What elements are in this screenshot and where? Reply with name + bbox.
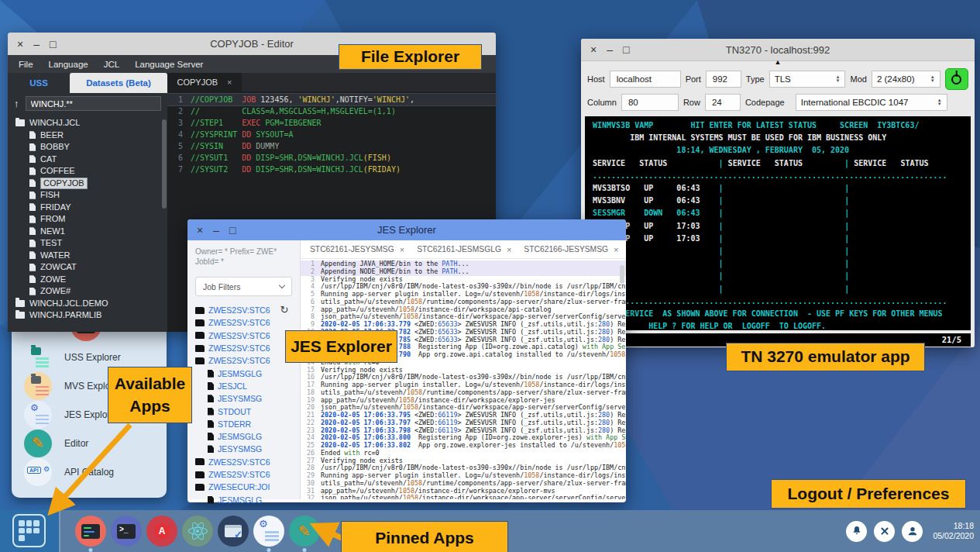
maximize-button[interactable]: □ — [50, 39, 56, 50]
spool-tab-label: STC62166-JESYSMSG — [524, 245, 608, 254]
launcher-item-api-catalog[interactable]: API⚙API Catalog — [24, 457, 167, 486]
job-item[interactable]: ZWES2SV:STC6 — [195, 342, 292, 354]
spool-tab[interactable]: STC62166-JESYSMSG× — [524, 245, 618, 254]
close-tab-icon[interactable]: × — [507, 245, 511, 254]
close-tab-icon[interactable]: × — [227, 78, 232, 87]
menu-language[interactable]: Language — [49, 60, 88, 69]
annotation-tn3270: TN 3270 emulator app — [726, 343, 925, 371]
tree-item-winchj.jcl[interactable]: WINCHJ.JCL — [8, 117, 167, 129]
refresh-icon[interactable]: ↻ — [280, 306, 289, 314]
job-item[interactable]: ZWES2SV:STC6 — [195, 329, 292, 342]
host-field[interactable] — [610, 71, 681, 88]
tree-item-test[interactable]: TEST — [8, 237, 167, 250]
running-indicator — [267, 548, 271, 552]
annotation-pinned-apps: Pinned Apps — [341, 521, 508, 552]
pinned-app-vt-terminal[interactable]: >_ — [111, 516, 142, 547]
up-arrow-icon[interactable]: ↑ — [14, 98, 19, 109]
pinned-app-tn3270-terminal[interactable] — [75, 516, 106, 547]
line-number: 6 — [167, 152, 191, 164]
updown-icon: ▲▼ — [930, 75, 935, 83]
job-item[interactable]: ZWES2SV:STC6 — [195, 468, 292, 481]
tree-item-from[interactable]: FROM — [8, 213, 167, 226]
type-select[interactable]: TLS ▲▼ — [769, 71, 846, 88]
pinned-app-editor[interactable]: ✎ — [289, 516, 320, 547]
tree-item-cat[interactable]: CAT — [8, 154, 167, 166]
row-field[interactable] — [705, 94, 741, 111]
dataset-search-input[interactable] — [26, 96, 162, 111]
settings-button[interactable] — [874, 521, 895, 542]
job-item[interactable]: ZWES2SV:STC6 — [195, 354, 292, 367]
close-tab-icon[interactable]: × — [614, 245, 618, 254]
menu-file[interactable]: File — [19, 60, 33, 69]
pinned-app-tasks[interactable]: ✓ — [218, 516, 249, 547]
notifications-button[interactable] — [846, 521, 867, 542]
codepage-select[interactable]: International EBCDIC 1047 ▲▼ — [796, 94, 947, 111]
column-field[interactable] — [621, 94, 679, 111]
spool-file-item[interactable]: JESMSGLG — [195, 367, 292, 379]
maximize-button[interactable]: □ — [623, 44, 629, 55]
file-icon — [29, 131, 36, 139]
tree-item-bobby[interactable]: BOBBY — [8, 141, 167, 154]
close-button[interactable]: × — [17, 39, 23, 50]
close-button[interactable]: × — [590, 44, 597, 55]
tree-item-zowe#[interactable]: ZOWE# — [8, 285, 167, 298]
terminal-line: 18:14, WEDNESDAY , FEBRUARY 05, 2020 — [593, 144, 963, 157]
tree-item-copyjob[interactable]: COPYJOB — [8, 178, 167, 190]
spool-file-item[interactable]: JESYSMSG — [195, 443, 292, 455]
pinned-app-react[interactable] — [182, 516, 213, 547]
spool-file-item[interactable]: STDERR — [195, 418, 292, 430]
tab-uss[interactable]: USS — [8, 73, 70, 93]
tree-item-water[interactable]: WATER — [8, 250, 167, 262]
spool-tab[interactable]: STC62161-JESMSGLG× — [417, 245, 511, 254]
job-item[interactable]: ZWES2SV:STC6↻ — [195, 304, 292, 316]
pinned-app-jes-explorer[interactable]: ⚙ — [253, 516, 284, 547]
tree-item-friday[interactable]: FRIDAY — [8, 202, 167, 214]
pinned-app-angular[interactable]: A — [146, 516, 177, 547]
job-label: JESMSGLG — [218, 432, 262, 441]
close-button[interactable]: × — [197, 225, 203, 236]
job-icon — [195, 357, 205, 364]
spool-file-item[interactable]: JESMSGLG — [195, 430, 292, 443]
tree-item-fish[interactable]: FISH — [8, 189, 167, 202]
launcher-item-editor[interactable]: ✎Editor — [24, 429, 167, 457]
user-button[interactable] — [902, 521, 923, 542]
mod-select[interactable]: 2 (24x80) ▲▼ — [872, 71, 940, 88]
port-field[interactable] — [706, 71, 741, 88]
terminal-screen[interactable]: WINMVS3B VAMP HIT ENTER FOR LATEST STATU… — [585, 116, 971, 330]
tree-item-zowe[interactable]: ZOWE — [8, 274, 167, 286]
connect-power-button[interactable] — [945, 68, 968, 90]
jes-titlebar[interactable]: ×–□ JES Explorer — [187, 219, 626, 240]
job-label: ZWES2SV:STC6 — [208, 343, 270, 353]
minimize-button[interactable]: – — [213, 225, 219, 236]
code-line: 7//SYSUT2 DD DISP=SHR,DSN=WINCHJ.JCL(FRI… — [167, 164, 496, 175]
job-item[interactable]: ZWESECUR:JOI — [195, 481, 292, 493]
maximize-button[interactable]: □ — [229, 225, 236, 236]
job-icon — [195, 471, 205, 478]
spool-log-content[interactable]: 1Appending JAVA_HOME/bin to the PATH...2… — [301, 259, 626, 499]
minimize-button[interactable]: – — [33, 39, 40, 50]
spool-file-item[interactable]: JESJCL — [195, 380, 292, 392]
collapse-form-icon[interactable]: ▲ — [775, 58, 782, 66]
spool-file-item[interactable]: STDOUT — [195, 405, 292, 417]
spool-file-item[interactable]: JESYSMSG — [195, 392, 292, 405]
tree-scrollbar[interactable] — [162, 119, 167, 209]
job-filters-dropdown[interactable]: Job Filters — [195, 277, 292, 296]
log-scrollbar[interactable] — [620, 265, 624, 284]
tree-item-coffee[interactable]: COFFEE — [8, 165, 167, 178]
tree-item-zowcat[interactable]: ZOWCAT — [8, 261, 167, 274]
tree-item-winchj.parmlib[interactable]: WINCHJ.PARMLIB — [8, 309, 167, 322]
tree-item-beer[interactable]: BEER — [8, 129, 167, 142]
menu-jcl[interactable]: JCL — [104, 60, 119, 69]
minimize-button[interactable]: – — [607, 44, 613, 55]
editor-tab-copyjob[interactable]: COPYJOB × — [167, 73, 242, 91]
spool-tab[interactable]: STC62161-JESYSMSG× — [310, 245, 404, 254]
job-item[interactable]: ZWES2SV:STC6 — [195, 316, 292, 329]
tab-datasets[interactable]: Datasets (Beta) — [70, 73, 167, 93]
spool-file-item[interactable]: JESMSGLG — [195, 493, 292, 505]
job-item[interactable]: ZWES2SV:STC6 — [195, 456, 292, 468]
close-tab-icon[interactable]: × — [400, 245, 404, 254]
app-launcher-button[interactable] — [12, 514, 46, 547]
tree-item-new1[interactable]: NEW1 — [8, 226, 167, 238]
menu-language-server[interactable]: Language Server — [135, 60, 203, 69]
tree-item-winchj.jcl.demo[interactable]: WINCHJ.JCL.DEMO — [8, 298, 167, 310]
